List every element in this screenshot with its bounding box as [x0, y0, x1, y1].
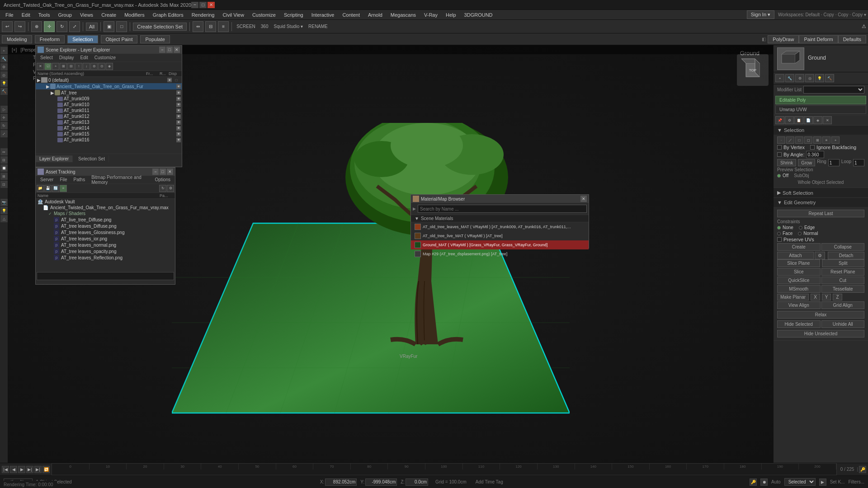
at-menu-server[interactable]: Server [38, 177, 56, 183]
msmooth-btn[interactable]: MSmooth [777, 285, 821, 293]
slice-plane-btn[interactable]: Slice Plane [777, 259, 820, 267]
z-input[interactable] [406, 479, 428, 486]
scene-explorer-restore[interactable]: □ [166, 47, 173, 53]
x-btn[interactable]: X [811, 294, 820, 300]
menu-group[interactable]: Group [54, 11, 75, 19]
menu-tools[interactable]: Tools [35, 11, 54, 19]
rp-display-btn[interactable]: 💡 [815, 74, 824, 82]
tl-loop[interactable]: 🔁 [42, 466, 50, 473]
at-menu-file[interactable]: File [57, 177, 70, 183]
mod-pin-btn[interactable]: 📌 [775, 116, 784, 124]
create-panel-icon[interactable]: + [0, 47, 8, 54]
at-refresh[interactable]: ↻ [159, 185, 166, 192]
move-icon[interactable]: ✛ [0, 114, 8, 121]
scene-menu-edit[interactable]: Edit [78, 55, 91, 61]
slice-btn[interactable]: Slice [777, 268, 821, 276]
align-button[interactable]: ⊟ [205, 21, 216, 32]
trunk015-eye[interactable]: 👁 [176, 132, 181, 136]
loop-input[interactable] [853, 159, 864, 166]
at-file-opacity[interactable]: p AT_tree leaves_opacity.png [36, 248, 175, 254]
by-vertex-checkbox[interactable] [777, 145, 782, 150]
at-btn4[interactable]: ≡ [60, 185, 67, 192]
mat-section-expand[interactable]: ▼ [415, 216, 419, 221]
normal-radio[interactable] [798, 232, 802, 235]
tab-populate[interactable]: Populate [140, 35, 170, 43]
tab-freeform[interactable]: Freeform [35, 35, 65, 43]
border-mode-btn[interactable]: □ [795, 136, 803, 144]
paint-deform-tab[interactable]: Paint Deform [799, 35, 838, 43]
menu-modifiers[interactable]: Modifiers [121, 11, 148, 19]
at-minimize[interactable]: − [152, 169, 159, 175]
rotate-icon[interactable]: ↻ [0, 122, 8, 129]
select-obj-button[interactable]: ▣ [104, 21, 114, 32]
menu-megascans[interactable]: Megascans [387, 11, 420, 19]
menu-vray[interactable]: V-Ray [420, 11, 441, 19]
attach-settings-btn[interactable]: ⚙ [815, 252, 825, 259]
tree-item-trunk013[interactable]: AT_trunk013 👁 [36, 119, 182, 125]
trunk010-eye[interactable]: 👁 [176, 103, 181, 107]
se-btn10[interactable]: ◈ [106, 63, 113, 70]
se-btn4[interactable]: ⊞ [60, 63, 67, 70]
defaults-tab[interactable]: Defaults [838, 35, 866, 43]
scene-menu-select[interactable]: Select [38, 55, 56, 61]
menu-customize[interactable]: Customize [249, 11, 279, 19]
menu-3dground[interactable]: 3DGROUND [461, 11, 496, 19]
tl-set-key[interactable]: 🔑 [859, 466, 866, 473]
rp-hierarchy-btn[interactable]: ⚙ [795, 74, 804, 82]
eye-icon[interactable]: 👁 [167, 78, 172, 82]
scale-button[interactable]: ⤢ [69, 21, 80, 32]
modify-panel-icon[interactable]: 🔧 [0, 55, 8, 62]
footer-tab-selection[interactable]: Selection Set [75, 155, 109, 162]
menu-rendering[interactable]: Rendering [188, 11, 218, 19]
snap-icon[interactable]: 🔲 [0, 164, 8, 172]
by-angle-checkbox[interactable] [777, 152, 782, 157]
at-file-glossiness[interactable]: p AT_tree leaves_Glossiness.png [36, 229, 175, 235]
y-input[interactable] [365, 479, 397, 486]
tl-prev-frame[interactable]: ◀ [10, 466, 17, 473]
tl-play[interactable]: ▶ [18, 466, 25, 473]
tl-next-frame[interactable]: ▶| [26, 466, 33, 473]
redo-button[interactable]: ↪ [14, 21, 25, 32]
se-btn3[interactable]: + [52, 63, 59, 70]
tree-item-trunk015[interactable]: AT_trunk015 👁 [36, 131, 182, 137]
add-time-tag-btn[interactable]: Add Time Tag [474, 479, 505, 484]
mod-settings-btn[interactable]: ⚙ [785, 116, 794, 124]
mat-search-input[interactable] [418, 205, 587, 213]
mat-item-3[interactable]: Map #29 (AT_tree_dsplasement.png) [AT_tr… [411, 249, 589, 258]
squid-studio[interactable]: Squid Studio ▾ [272, 24, 305, 29]
unhide-all-btn[interactable]: Unhide All [821, 320, 865, 328]
align-icon[interactable]: ⊟ [0, 156, 8, 164]
preview-off-radio[interactable] [777, 174, 781, 178]
outline-icon[interactable]: ⊡ [0, 181, 8, 188]
se-btn9[interactable]: ⊙ [98, 63, 105, 70]
edit-geometry-header[interactable]: ▼ Edit Geometry [774, 198, 868, 207]
scene-explorer-close[interactable]: ✕ [174, 47, 180, 53]
selected-dropdown[interactable]: Selected [784, 478, 816, 486]
mirror-icon[interactable]: ⇔ [0, 148, 8, 155]
menu-views[interactable]: Views [76, 11, 97, 19]
camera-icon[interactable]: 📷 [0, 199, 8, 206]
mod-copy-btn[interactable]: 📋 [794, 116, 803, 124]
tab-modeling[interactable]: Modeling [2, 35, 32, 43]
rotate-button[interactable]: ↻ [57, 21, 67, 32]
edge-radio[interactable] [799, 226, 802, 230]
set-key-filter-btn[interactable]: ▶ [819, 479, 826, 486]
footer-tab-layer[interactable]: Layer Explorer [36, 155, 73, 162]
trunk011-eye[interactable]: 👁 [176, 108, 181, 113]
layer-button[interactable]: ≡ [218, 21, 229, 32]
se-btn5[interactable]: ⊟ [67, 63, 75, 70]
scene-explorer-minimize[interactable]: − [159, 47, 165, 53]
workspaces-label[interactable]: Workspaces: Default · Copy · Copy · Copy… [778, 12, 866, 17]
trunk016-eye[interactable]: 👁 [176, 138, 181, 142]
trunk013-eye[interactable]: 👁 [176, 120, 181, 125]
at-file-normal[interactable]: p AT_tree leaves_normal.png [36, 242, 175, 248]
tab-object-paint[interactable]: Object Paint [101, 35, 138, 43]
modifier-list-dropdown[interactable] [803, 86, 864, 94]
set-key-btn[interactable]: Set K... [830, 479, 845, 484]
menu-interactive[interactable]: Interactive [308, 11, 338, 19]
mirror-button[interactable]: ⇔ [193, 21, 203, 32]
view-align-btn[interactable]: View Align [777, 301, 821, 309]
trunk009-eye[interactable]: 👁 [176, 97, 181, 101]
connect-icon[interactable]: ⊞ [0, 173, 8, 180]
close-button[interactable]: ✕ [208, 2, 215, 8]
